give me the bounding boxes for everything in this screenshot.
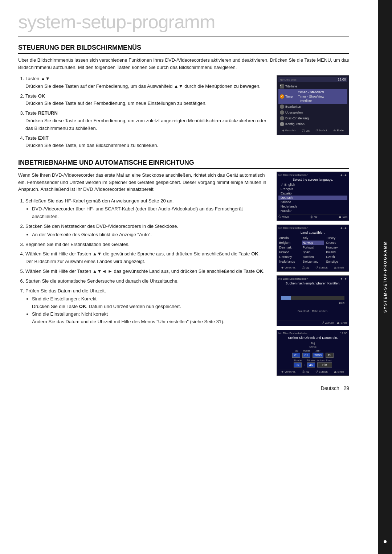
lang-russian: Russian: [278, 209, 347, 213]
screen2-title: Select the screen language.: [278, 178, 347, 181]
list-item: Schließen Sie das HF-Kabel gemäß den Anw…: [25, 197, 269, 221]
section1-heading: STEUERUNG DER BILDSCHIRMMENÜS: [18, 44, 349, 54]
country-portugal: Portugal: [302, 245, 324, 250]
country-belgium: Belgium: [278, 241, 301, 245]
screen3-footer: ◈ Verschb. ⓞ Ok ↺ Zurück ⏏ Ende: [278, 265, 347, 270]
country-turkey: Turkey: [325, 236, 347, 240]
section1-intro: Über die Bildschirmmenüs lassen sich ver…: [18, 57, 349, 71]
list-item: An der Vorderseite des Gerätes blinkt di…: [32, 231, 269, 239]
tf-weekday-value: Di: [326, 353, 334, 358]
screen3-header: No Disc Erstinstallation: [278, 226, 308, 230]
side-tab: SYSTEM-SETUP-PROGRAMM: [378, 0, 392, 554]
lang-english: English: [278, 182, 347, 187]
tf-hour-label: Stunde: [294, 359, 302, 362]
list-item: Stecken Sie den Netzstecker des DVD-/Vid…: [25, 223, 269, 239]
country-italy: Italy: [302, 236, 324, 240]
screen1-time: 12:00: [338, 78, 346, 81]
screen5-footer: ◈ Verschb. ⓞ Ok ↺ Zurück ⏏ Ende: [278, 369, 347, 374]
list-item: Prüfen Sie das Datum und die Uhrzeit. Si…: [25, 287, 269, 326]
screen2-arrow: ◄--►: [340, 173, 347, 177]
country-hungary: Hungary: [325, 245, 347, 250]
screens-right-column: No Disc Erstinstallation ◄--► Select the…: [277, 172, 349, 378]
list-item: Starten Sie die automatische Sendersuche…: [25, 278, 269, 285]
section1-steps: Tasten ▲▼ Drücken Sie diese Tasten auf d…: [18, 75, 269, 149]
screen4-progress-fill: [281, 296, 291, 300]
country-germany: Germany: [278, 255, 301, 259]
country-czech: Czech: [325, 255, 347, 259]
tf-minute-value: 46: [307, 362, 315, 368]
country-greece: Greece: [325, 241, 347, 245]
lang-nederlands: Nederlands: [278, 204, 347, 209]
lang-francais: Français: [278, 187, 347, 191]
main-title: system-setup-programm: [18, 11, 349, 33]
screen2-lang-mockup: No Disc Erstinstallation ◄--► Select the…: [277, 172, 349, 221]
list-item: Beginnen Sie mit der Erstinstallation de…: [25, 241, 269, 249]
screen1-menu-uberspielen: Überspielen: [278, 110, 347, 115]
screen3-country-grid: Austria Italy Turkey Belgium Norway Gree…: [278, 236, 347, 264]
month-label: Monat: [309, 345, 316, 348]
screen1-header-left: No Disc Disc: [280, 78, 297, 81]
side-tab-dot: [384, 540, 387, 543]
screen1-menu-konfiguration: Konfiguration: [278, 121, 347, 127]
screen1-menu-disc: Disc-Einstellung: [278, 115, 347, 121]
tf-auto-value: Ein: [317, 362, 332, 368]
screen4-title: Suchen nach empfangbaren Kanälen.: [278, 282, 347, 285]
screen4-header: No Disc Erstinstallation: [278, 277, 308, 280]
country-switzerland: Switzerland: [302, 259, 324, 264]
screen5-title: Stellen Sie Uhrzeit und Datum ein.: [278, 336, 347, 340]
list-item: Wählen Sie mit Hilfe der Tasten ▲▼◄ ► da…: [25, 268, 269, 275]
tf-year-label: Jahr: [313, 349, 323, 352]
list-item: Sind die Einstellungen: Korrekt Drücken …: [32, 295, 269, 311]
tf-day-value: 01: [292, 353, 300, 358]
screen5-header: No Disc Erstinstallation: [278, 332, 308, 335]
section-inbetriebnahme: INBETRIEBNAHME UND AUTOMATISCHE EINRICHT…: [18, 159, 349, 378]
side-tab-label: SYSTEM-SETUP-PROGRAMM: [383, 241, 387, 313]
country-poland: Poland: [325, 250, 347, 254]
screen3-title: Land auswählen.: [278, 231, 347, 234]
tf-month-value: 01: [302, 353, 310, 358]
screen2-footer: ⬡ Move ⓞ Ok ⏏ Exit: [278, 214, 347, 219]
list-item: Wählen Sie mit Hilfe der Tasten ▲▼ die g…: [25, 250, 269, 266]
list-item: Tasten ▲▼ Drücken Sie diese Tasten auf d…: [25, 75, 269, 90]
country-austria: Austria: [278, 236, 301, 240]
tf-weekday-label: [326, 349, 334, 352]
tf-hour-value: 07: [294, 362, 302, 368]
screen1-menu-titleliste: ■ Titelliste: [278, 83, 347, 89]
country-spain: Spain: [302, 250, 324, 254]
lang-italiano: Italiano: [278, 200, 347, 204]
screen4-progress-label: 15%: [278, 301, 347, 304]
country-nederlands: Nederlands: [278, 259, 301, 264]
country-finland: Finland: [278, 250, 301, 254]
screen3-country-mockup: No Disc Erstinstallation ◄--► Land auswä…: [277, 225, 349, 272]
list-item: Taste RETURN Drücken Sie diese Taste auf…: [25, 110, 269, 132]
page-number: Deutsch _29: [18, 385, 349, 391]
country-sonstige: Sonstige: [325, 259, 347, 264]
lang-espanol: Español: [278, 191, 347, 196]
tf-year-value: 2008: [313, 353, 323, 358]
tf-month-label: Monat: [302, 349, 310, 352]
screen4-search-mockup: No Disc Erstinstallation ◄--► Suchen nac…: [277, 275, 349, 326]
screen1-menu-bearbeiten: Bearbeiten: [278, 104, 347, 110]
screen4-status: Suchlauf... Bitte warten.: [278, 309, 347, 313]
screen5-time: 12:00: [340, 332, 347, 335]
screen4-arrow: ◄--►: [340, 277, 347, 280]
section-steuerung: STEUERUNG DER BILDSCHIRMMENÜS Über die B…: [18, 44, 349, 152]
tf-auto-label: Autom. Einst.: [317, 359, 332, 362]
section2-heading: INBETRIEBNAHME UND AUTOMATISCHE EINRICHT…: [18, 159, 349, 169]
section2-intro: Wenn Sie Ihren DVD-/Videorecorder das er…: [18, 172, 269, 193]
list-item: Taste EXIT Drücken Sie diese Taste, um d…: [25, 135, 269, 150]
lang-deutsch: Deutsch: [278, 196, 347, 200]
tf-day-label: Tag: [292, 349, 300, 352]
day-group: Tag Monat: [309, 342, 316, 349]
screen4-progress-bar: [281, 296, 344, 300]
country-sweden: Sweden: [302, 255, 324, 259]
screen2-header: No Disc Erstinstallation: [278, 173, 308, 177]
list-item: Sind die Einstellungen: Nicht korrekt Än…: [32, 311, 269, 326]
screen5-time-mockup: No Disc Erstinstallation 12:00 Stellen S…: [277, 330, 349, 376]
list-item: DVD-/Videorecorder über HF- und SCART-Ka…: [32, 205, 269, 221]
list-item: Taste OK Drücken Sie diese Taste auf der…: [25, 93, 269, 108]
screen1-menu-timer: ⏱ Timer Timer - Standard Timer - ShowVie…: [278, 89, 347, 104]
tf-minute-label: Minute: [307, 359, 315, 362]
screen3-arrow: ◄--►: [340, 226, 347, 230]
screen1-mockup: No Disc Disc 12:00 ■ Titelliste ⏱ Timer: [277, 75, 349, 152]
